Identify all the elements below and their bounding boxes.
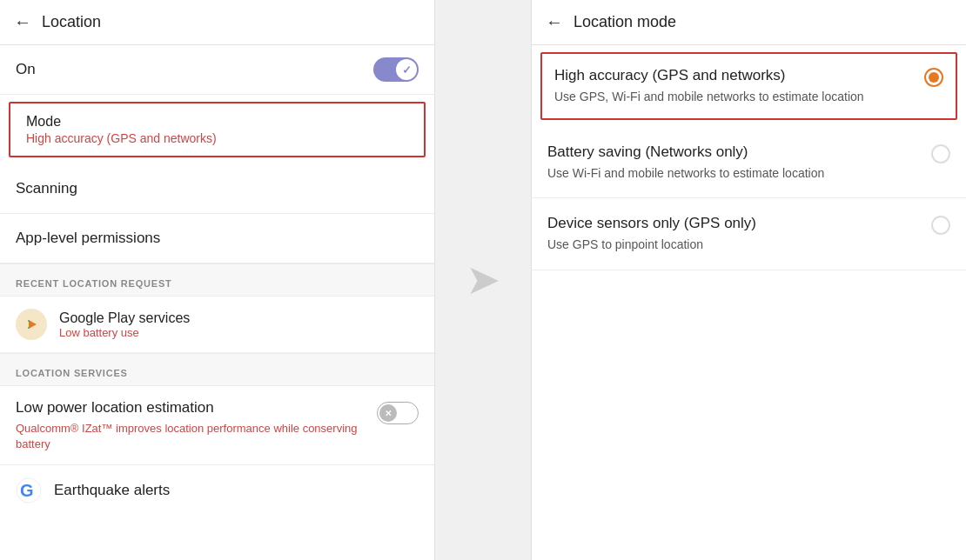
location-services-header: LOCATION SERVICES — [0, 353, 434, 386]
battery-saving-title: Battery saving (Networks only) — [547, 143, 921, 162]
main-container: ← Location On ✓ Mode High accuracy (GPS … — [0, 0, 966, 560]
radio-inner-active — [929, 72, 939, 83]
google-play-icon — [16, 309, 47, 340]
low-power-text-block: Low power location estimation Qualcomm® … — [16, 398, 366, 452]
low-power-toggle-container[interactable]: ✕ — [377, 402, 419, 424]
google-play-name: Google Play services — [59, 310, 190, 326]
x-icon: ✕ — [385, 409, 392, 418]
left-panel: ← Location On ✓ Mode High accuracy (GPS … — [0, 0, 435, 560]
mode-option-high-accuracy-text: High accuracy (GPS and networks) Use GPS… — [554, 66, 914, 106]
battery-saving-desc: Use Wi-Fi and mobile networks to estimat… — [547, 165, 921, 183]
mode-option-battery-text: Battery saving (Networks only) Use Wi-Fi… — [547, 143, 921, 183]
scanning-row[interactable]: Scanning — [0, 164, 434, 214]
radio-device-sensors[interactable] — [931, 216, 950, 235]
radio-battery-saving[interactable] — [931, 144, 950, 163]
low-power-desc: Qualcomm® IZat™ improves location perfor… — [16, 421, 366, 452]
location-toggle[interactable]: ✓ — [373, 57, 419, 82]
permissions-row[interactable]: App-level permissions — [0, 214, 434, 263]
left-panel-header: ← Location — [0, 0, 434, 45]
recent-location-header: RECENT LOCATION REQUEST — [0, 263, 434, 297]
earthquake-row[interactable]: G Earthquake alerts — [0, 465, 434, 516]
on-row[interactable]: On ✓ — [0, 45, 434, 95]
high-accuracy-desc: Use GPS, Wi-Fi and mobile networks to es… — [554, 89, 914, 106]
mode-option-battery-saving[interactable]: Battery saving (Networks only) Use Wi-Fi… — [532, 127, 966, 199]
right-panel-title: Location mode — [574, 13, 676, 31]
play-icon — [22, 315, 41, 334]
arrow-container: ➤ — [435, 259, 531, 301]
svg-text:G: G — [20, 481, 34, 500]
high-accuracy-title: High accuracy (GPS and networks) — [554, 66, 914, 85]
mode-option-sensors-text: Device sensors only (GPS only) Use GPS t… — [547, 214, 921, 254]
low-power-toggle[interactable]: ✕ — [377, 402, 419, 424]
low-power-row[interactable]: Low power location estimation Qualcomm® … — [0, 386, 434, 465]
transition-arrow: ➤ — [466, 259, 500, 301]
toggle-thumb: ✓ — [396, 59, 417, 80]
recent-location-label: RECENT LOCATION REQUEST — [16, 278, 172, 289]
earthquake-label: Earthquake alerts — [54, 482, 170, 499]
check-icon: ✓ — [402, 63, 412, 77]
back-arrow-left[interactable]: ← — [14, 12, 31, 32]
radio-high-accuracy[interactable] — [924, 68, 943, 87]
permissions-label: App-level permissions — [16, 230, 419, 247]
scanning-label: Scanning — [16, 180, 419, 197]
on-label: On — [16, 61, 36, 78]
google-g-icon: G — [16, 477, 42, 503]
google-play-row[interactable]: Google Play services Low battery use — [0, 297, 434, 353]
low-power-title: Low power location estimation — [16, 398, 366, 417]
mode-row[interactable]: Mode High accuracy (GPS and networks) — [9, 102, 426, 157]
mode-option-device-sensors[interactable]: Device sensors only (GPS only) Use GPS t… — [532, 198, 966, 270]
left-panel-title: Location — [42, 13, 101, 31]
right-panel: ← Location mode High accuracy (GPS and n… — [531, 0, 966, 560]
device-sensors-title: Device sensors only (GPS only) — [547, 214, 921, 233]
mode-value: High accuracy (GPS and networks) — [26, 131, 408, 145]
mode-label: Mode — [26, 114, 408, 130]
location-services-label: LOCATION SERVICES — [16, 368, 128, 378]
mode-option-high-accuracy[interactable]: High accuracy (GPS and networks) Use GPS… — [540, 52, 957, 120]
toggle-off-thumb: ✕ — [379, 404, 397, 422]
device-sensors-desc: Use GPS to pinpoint location — [547, 237, 921, 254]
google-play-sub: Low battery use — [59, 326, 190, 339]
google-play-text: Google Play services Low battery use — [59, 310, 190, 339]
back-arrow-right[interactable]: ← — [546, 12, 563, 32]
right-panel-header: ← Location mode — [532, 0, 966, 45]
